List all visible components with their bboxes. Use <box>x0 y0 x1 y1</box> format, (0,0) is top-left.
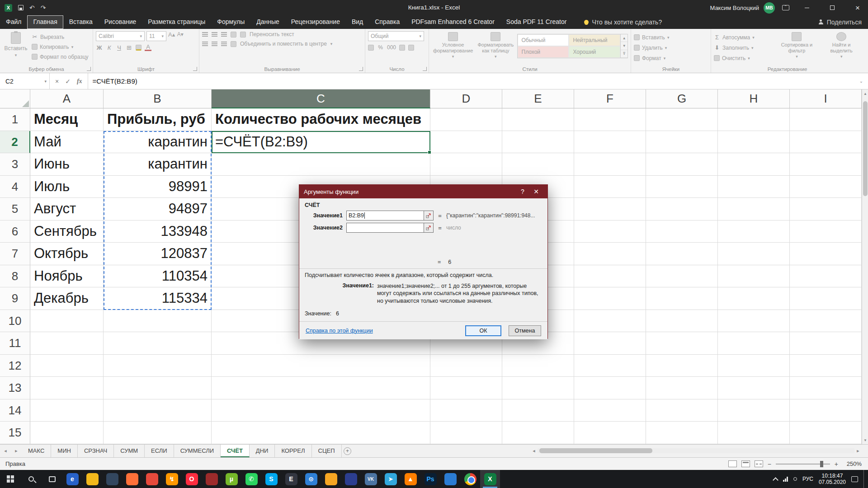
scroll-left-icon[interactable]: ◄ <box>530 449 538 453</box>
new-sheet-button[interactable]: + <box>342 445 354 457</box>
taskbar-app-file-explorer[interactable] <box>82 470 102 488</box>
format-as-table-button[interactable]: Форматировать как таблицу ▾ <box>474 31 517 59</box>
copy-button[interactable]: Копировать ▾ <box>32 42 89 51</box>
ribbon-tab-Soda PDF 11 Creator[interactable]: Soda PDF 11 Creator <box>500 15 573 29</box>
delete-cells-button[interactable]: Удалить ▾ <box>634 43 708 52</box>
cancel-entry-icon[interactable]: × <box>55 78 59 85</box>
cell-F5[interactable] <box>574 198 646 221</box>
cell-I7[interactable] <box>790 243 862 265</box>
cell-C2[interactable]: =СЧЁТ(B2:B9) <box>212 131 430 154</box>
orientation-icon[interactable] <box>231 32 236 38</box>
cell-F10[interactable] <box>574 310 646 333</box>
arg1-input[interactable]: B2:B9 <box>346 211 424 221</box>
cell-A15[interactable] <box>30 422 104 444</box>
cell-F6[interactable] <box>574 221 646 243</box>
column-header-C[interactable]: C <box>212 89 430 108</box>
sheet-tab-МИН[interactable]: МИН <box>51 445 78 457</box>
arg2-input[interactable] <box>346 223 424 233</box>
row-header-9[interactable]: 9 <box>0 287 30 310</box>
cell-I2[interactable] <box>790 131 862 154</box>
cell-D1[interactable] <box>430 108 502 131</box>
horizontal-scrollbar[interactable]: ◄ ► <box>530 446 862 456</box>
cell-C14[interactable] <box>212 399 430 422</box>
font-dialog-launcher-icon[interactable] <box>193 67 197 71</box>
cell-H1[interactable] <box>718 108 790 131</box>
maximize-button[interactable] <box>822 0 843 15</box>
conditional-formatting-button[interactable]: Условное форматирование ▾ <box>432 31 474 59</box>
number-dialog-launcher-icon[interactable] <box>423 67 427 71</box>
ribbon-tab-Формулы[interactable]: Формулы <box>211 15 250 29</box>
row-header-3[interactable]: 3 <box>0 153 30 176</box>
cell-G6[interactable] <box>646 221 718 243</box>
cell-style-Обычный[interactable]: Обычный <box>518 34 569 46</box>
dialog-close-icon[interactable]: ✕ <box>529 188 543 195</box>
sheet-tab-СЦЕП[interactable]: СЦЕП <box>312 445 342 457</box>
format-painter-button[interactable]: Формат по образцу <box>32 52 89 61</box>
cell-A4[interactable]: Июль <box>30 176 104 198</box>
cell-I4[interactable] <box>790 176 862 198</box>
column-header-F[interactable]: F <box>574 89 646 108</box>
taskbar-app-app-amber[interactable] <box>321 470 341 488</box>
cell-E3[interactable] <box>502 153 574 176</box>
task-view-button[interactable] <box>42 470 62 488</box>
taskbar-app-telegram[interactable]: ➤ <box>381 470 401 488</box>
start-button[interactable] <box>0 470 21 488</box>
confirm-entry-icon[interactable]: ✓ <box>65 78 71 85</box>
cell-B14[interactable] <box>104 399 212 422</box>
cell-I3[interactable] <box>790 153 862 176</box>
borders-icon[interactable]: ⊞ <box>126 44 132 51</box>
sheet-tab-СУММЕСЛИ[interactable]: СУММЕСЛИ <box>174 445 221 457</box>
cell-H3[interactable] <box>718 153 790 176</box>
taskbar-app-compass-browser[interactable]: ⊙ <box>301 470 321 488</box>
merge-center-icon[interactable] <box>231 41 236 47</box>
cell-B3[interactable]: карантин <box>104 153 212 176</box>
cell-style-Хороший[interactable]: Хороший <box>569 46 620 58</box>
taskbar-app-app-blue[interactable] <box>440 470 460 488</box>
vertical-scrollbar[interactable]: ▲ ▼ <box>862 89 868 444</box>
row-header-4[interactable]: 4 <box>0 176 30 198</box>
undo-icon[interactable]: ↶ <box>29 0 35 15</box>
wrap-text-icon[interactable] <box>240 32 246 38</box>
cell-A12[interactable] <box>30 355 104 377</box>
sheet-tab-ЕСЛИ[interactable]: ЕСЛИ <box>145 445 174 457</box>
action-center-icon[interactable] <box>851 476 858 482</box>
column-header-B[interactable]: B <box>104 89 212 108</box>
cell-H4[interactable] <box>718 176 790 198</box>
cell-A13[interactable] <box>30 377 104 399</box>
row-header-11[interactable]: 11 <box>0 332 30 355</box>
taskbar-app-vlc[interactable]: ▲ <box>401 470 420 488</box>
align-middle-icon[interactable] <box>212 32 217 37</box>
taskbar-app-app-navy[interactable] <box>341 470 361 488</box>
taskbar-search-button[interactable] <box>21 470 42 488</box>
bold-button[interactable]: Ж <box>96 44 103 51</box>
align-right-icon[interactable] <box>221 42 227 47</box>
align-center-icon[interactable] <box>212 42 217 47</box>
cell-B6[interactable]: 133948 <box>104 221 212 243</box>
cell-style-Плохой[interactable]: Плохой <box>518 46 569 58</box>
font-size-select[interactable]: 11 ▾ <box>146 31 166 41</box>
cell-A2[interactable]: Май <box>30 131 104 154</box>
cell-I6[interactable] <box>790 221 862 243</box>
taskbar-app-epic-games[interactable]: E <box>281 470 301 488</box>
ribbon-tab-PDFsam Enhanced 6 Creator[interactable]: PDFsam Enhanced 6 Creator <box>406 15 500 29</box>
cell-H15[interactable] <box>718 422 790 444</box>
clipboard-dialog-launcher-icon[interactable] <box>87 67 91 71</box>
cell-E14[interactable] <box>502 399 574 422</box>
taskbar-app-excel[interactable]: X <box>480 470 500 488</box>
cell-E15[interactable] <box>502 422 574 444</box>
sheet-tab-СУММ[interactable]: СУММ <box>114 445 145 457</box>
cell-B5[interactable]: 94897 <box>104 198 212 221</box>
cell-B1[interactable]: Прибыль, руб <box>104 108 212 131</box>
cell-H10[interactable] <box>718 310 790 333</box>
grow-font-button[interactable]: А▴ <box>168 31 175 41</box>
cell-G7[interactable] <box>646 243 718 265</box>
cell-A6[interactable]: Сентябрь <box>30 221 104 243</box>
italic-button[interactable]: К <box>106 44 113 51</box>
sheet-tab-МАКС[interactable]: МАКС <box>22 445 51 457</box>
cell-F12[interactable] <box>574 355 646 377</box>
ribbon-tab-Главная[interactable]: Главная <box>27 15 63 29</box>
decrease-decimal-icon[interactable] <box>408 45 414 51</box>
cell-G5[interactable] <box>646 198 718 221</box>
ribbon-tab-Данные[interactable]: Данные <box>250 15 285 29</box>
cell-G15[interactable] <box>646 422 718 444</box>
